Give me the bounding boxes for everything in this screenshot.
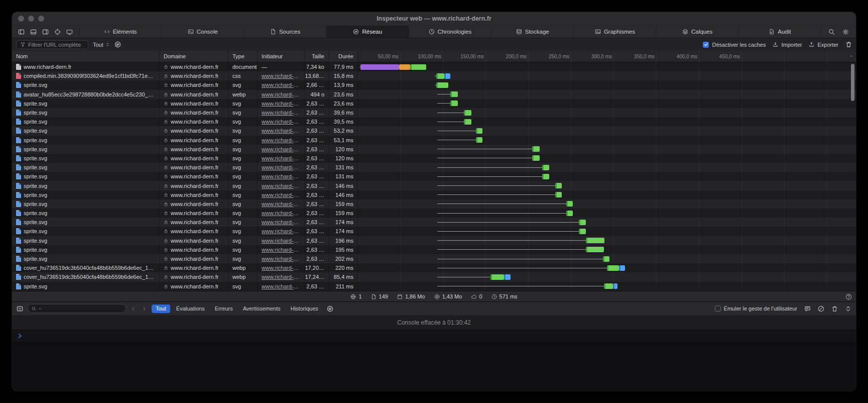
network-request-row[interactable]: sprite.svgwww.richard-dern.frsvgwww.rich… [12, 145, 856, 154]
resource-type-select[interactable]: Tout [93, 42, 110, 48]
network-request-row[interactable]: sprite.svgwww.richard-dern.frsvgwww.rich… [12, 117, 856, 126]
url-filter-input[interactable] [28, 42, 84, 48]
clear-console-icon[interactable] [818, 306, 824, 312]
console-scope-warnings[interactable]: Avertissements [239, 305, 285, 313]
network-request-row[interactable]: sprite.svgwww.richard-dern.frsvgwww.rich… [12, 236, 856, 245]
network-request-row[interactable]: sprite.svgwww.richard-dern.frsvgwww.rich… [12, 99, 856, 108]
network-request-row[interactable]: sprite.svgwww.richard-dern.frsvgwww.rich… [12, 136, 856, 145]
initiator-link[interactable]: www.richard-d… [262, 82, 300, 88]
network-request-row[interactable]: cover_hu736519dc3b5040cfa48b6b559b6de6ec… [12, 272, 856, 281]
column-header-duree[interactable]: Durée [329, 51, 358, 62]
filter-options-icon[interactable] [114, 41, 121, 48]
network-request-row[interactable]: sprite.svgwww.richard-dern.frsvgwww.rich… [12, 245, 856, 254]
toggle-right-sidebar-icon[interactable] [42, 29, 49, 35]
console-messages-icon[interactable] [804, 306, 811, 312]
console-prompt[interactable] [12, 330, 856, 342]
network-request-row[interactable]: www.richard-dern.frwww.richard-dern.frdo… [12, 62, 856, 71]
initiator-link[interactable]: www.richard-d… [262, 119, 300, 125]
initiator-link[interactable]: www.richard-d… [262, 238, 300, 244]
column-header-initiateur[interactable]: Initiateur [258, 51, 305, 62]
network-request-row[interactable]: sprite.svgwww.richard-dern.frsvgwww.rich… [12, 199, 856, 209]
clear-network-trash-icon[interactable] [845, 41, 852, 48]
tab-timelines[interactable]: Chronologies [409, 26, 491, 38]
network-request-row[interactable]: avatar_hu85ecc3e298728880b0bde2dcc4e5c23… [12, 90, 856, 99]
zoom-window-button[interactable] [38, 16, 44, 22]
next-result-icon[interactable] [142, 306, 147, 312]
initiator-link[interactable]: www.richard-d… [262, 73, 300, 79]
network-request-row[interactable]: sprite.svgwww.richard-dern.frsvgwww.rich… [12, 227, 856, 236]
initiator-link[interactable]: www.richard-d… [262, 146, 300, 152]
initiator-link[interactable]: www.richard-d… [262, 274, 300, 280]
initiator-link[interactable]: www.richard-d… [262, 247, 300, 253]
initiator-link[interactable]: www.richard-d… [262, 137, 300, 143]
initiator-link[interactable]: www.richard-d… [262, 219, 300, 225]
console-search-field[interactable] [28, 304, 126, 313]
initiator-link[interactable]: www.richard-d… [262, 155, 300, 161]
console-scope-evaluations[interactable]: Évaluations [172, 305, 209, 313]
column-header-taille[interactable]: Taille [305, 51, 329, 62]
tab-network[interactable]: Réseau [326, 26, 409, 38]
console-trash-icon[interactable] [831, 306, 838, 312]
network-request-row[interactable]: sprite.svgwww.richard-dern.frsvgwww.rich… [12, 163, 856, 172]
initiator-link[interactable]: www.richard-d… [262, 164, 300, 170]
initiator-link[interactable]: www.richard-d… [262, 173, 300, 179]
network-request-row[interactable]: sprite.svgwww.richard-dern.frsvgwww.rich… [12, 209, 856, 218]
search-icon[interactable] [828, 29, 835, 35]
toggle-bottom-panel-icon[interactable] [30, 29, 37, 35]
import-button[interactable]: Importer [773, 42, 802, 48]
network-request-row[interactable]: sprite.svgwww.richard-dern.frsvgwww.rich… [12, 172, 856, 181]
tab-elements[interactable]: Éléments [79, 26, 161, 38]
console-scope-box-icon[interactable] [17, 306, 23, 312]
disable-caches-checkbox[interactable]: Désactiver les caches [703, 42, 766, 48]
tab-audit[interactable]: Audit [738, 26, 821, 38]
element-picker-icon[interactable] [54, 29, 61, 35]
emulate-user-gesture-checkbox[interactable]: Émuler le geste de l'utilisateur [715, 306, 797, 312]
network-request-row[interactable]: sprite.svgwww.richard-dern.frsvgwww.rich… [12, 218, 856, 227]
console-scope-all[interactable]: Tout [152, 305, 170, 313]
network-request-row[interactable]: sprite.svgwww.richard-dern.frsvgwww.rich… [12, 282, 856, 291]
network-request-row[interactable]: sprite.svgwww.richard-dern.frsvgwww.rich… [12, 181, 856, 190]
column-header-type[interactable]: Type [228, 51, 258, 62]
network-request-row[interactable]: cover_hu736519dc3b5040cfa48b6b559b6de6ec… [12, 263, 856, 272]
network-request-row[interactable]: sprite.svgwww.richard-dern.frsvgwww.rich… [12, 126, 856, 135]
initiator-link[interactable]: www.richard-d… [262, 100, 300, 107]
export-button[interactable]: Exporter [809, 42, 838, 48]
device-settings-icon[interactable] [66, 29, 73, 35]
resize-console-icon[interactable] [845, 306, 851, 312]
initiator-link[interactable]: www.richard-d… [262, 265, 300, 271]
network-request-row[interactable]: sprite.svgwww.richard-dern.frsvgwww.rich… [12, 254, 856, 263]
network-request-row[interactable]: sprite.svgwww.richard-dern.frsvgwww.rich… [12, 108, 856, 117]
console-search-input[interactable] [44, 306, 122, 312]
initiator-link[interactable]: www.richard-d… [262, 201, 300, 207]
collapse-waterfall-icon[interactable] [849, 54, 853, 58]
network-request-row[interactable]: sprite.svgwww.richard-dern.frsvgwww.rich… [12, 190, 856, 199]
column-header-domaine[interactable]: Domaine [160, 51, 228, 62]
tab-layers[interactable]: Calques [656, 26, 738, 38]
initiator-link[interactable]: www.richard-d… [262, 128, 300, 134]
tab-graphics[interactable]: Graphismes [573, 26, 656, 38]
initiator-link[interactable]: www.richard-d… [262, 283, 300, 289]
close-window-button[interactable] [18, 16, 24, 22]
network-request-row[interactable]: sprite.svgwww.richard-dern.frsvgwww.rich… [12, 80, 856, 89]
help-icon[interactable] [845, 293, 852, 300]
url-filter-field[interactable] [16, 40, 88, 49]
initiator-link[interactable]: www.richard-d… [262, 91, 300, 97]
network-request-row[interactable]: compiled.min.38390909f303624ed9e1cf1bd3f… [12, 71, 856, 80]
initiator-link[interactable]: www.richard-d… [262, 210, 300, 216]
initiator-link[interactable]: www.richard-d… [262, 183, 300, 189]
initiator-link[interactable]: www.richard-d… [262, 256, 300, 262]
tab-storage[interactable]: Stockage [491, 26, 573, 38]
network-request-row[interactable]: sprite.svgwww.richard-dern.frsvgwww.rich… [12, 154, 856, 163]
previous-result-icon[interactable] [131, 306, 136, 312]
settings-gear-icon[interactable] [842, 29, 849, 35]
console-options-icon[interactable] [327, 306, 333, 312]
minimize-window-button[interactable] [28, 16, 34, 22]
console-scope-history[interactable]: Historiques [287, 305, 322, 313]
tab-console[interactable]: Console [161, 26, 243, 38]
initiator-link[interactable]: www.richard-d… [262, 110, 300, 116]
toggle-left-sidebar-icon[interactable] [18, 29, 25, 35]
console-scope-errors[interactable]: Erreurs [211, 305, 237, 313]
initiator-link[interactable]: www.richard-d… [262, 192, 300, 198]
initiator-link[interactable]: www.richard-d… [262, 228, 300, 234]
tab-sources[interactable]: Sources [243, 26, 326, 38]
